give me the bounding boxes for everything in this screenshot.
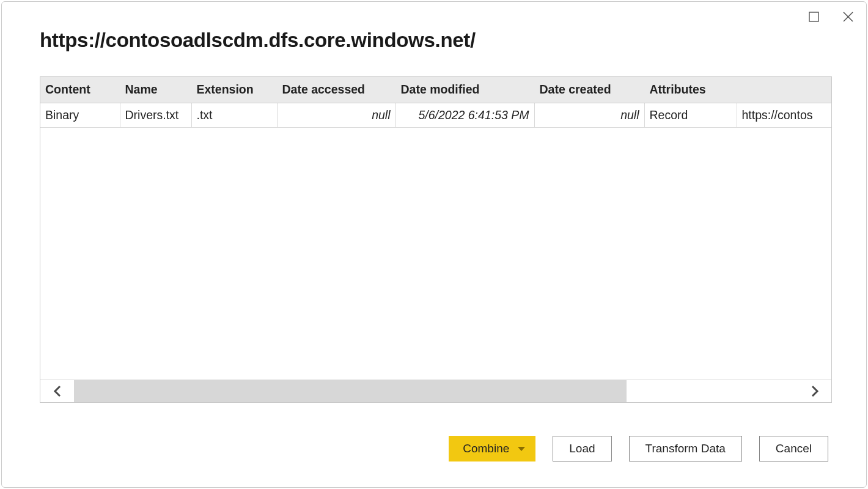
cell-date-created: null bbox=[534, 103, 644, 128]
close-icon[interactable] bbox=[842, 10, 854, 23]
col-header-modified[interactable]: Date modified bbox=[395, 77, 534, 103]
cancel-button-label: Cancel bbox=[776, 442, 812, 455]
scroll-right-icon[interactable] bbox=[798, 380, 831, 402]
scrollbar-track[interactable] bbox=[74, 380, 798, 402]
col-header-extension[interactable]: Extension bbox=[191, 77, 277, 103]
combine-button-label: Combine bbox=[463, 442, 509, 455]
horizontal-scrollbar[interactable] bbox=[40, 380, 831, 402]
cell-name: Drivers.txt bbox=[120, 103, 191, 128]
data-table: Content Name Extension Date accessed Dat… bbox=[40, 77, 831, 128]
scrollbar-gap bbox=[627, 380, 798, 402]
preview-grid: Content Name Extension Date accessed Dat… bbox=[40, 76, 832, 403]
window-controls bbox=[807, 10, 854, 23]
cell-date-accessed: null bbox=[277, 103, 395, 128]
transform-data-button[interactable]: Transform Data bbox=[629, 436, 742, 461]
dialog-footer: Combine Load Transform Data Cancel bbox=[449, 436, 828, 461]
load-button[interactable]: Load bbox=[553, 436, 611, 461]
transform-data-button-label: Transform Data bbox=[645, 442, 726, 455]
cell-content: Binary bbox=[40, 103, 120, 128]
cell-folderpath: https://contos bbox=[737, 103, 831, 128]
col-header-content[interactable]: Content bbox=[40, 77, 120, 103]
cell-attributes: Record bbox=[644, 103, 737, 128]
maximize-icon[interactable] bbox=[807, 10, 820, 23]
svg-rect-0 bbox=[809, 12, 818, 21]
page-title: https://contosoadlscdm.dfs.core.windows.… bbox=[40, 29, 866, 52]
col-header-folderpath[interactable] bbox=[737, 77, 831, 103]
col-header-name[interactable]: Name bbox=[120, 77, 191, 103]
table-row[interactable]: Binary Drivers.txt .txt null 5/6/2022 6:… bbox=[40, 103, 831, 128]
cell-date-modified: 5/6/2022 6:41:53 PM bbox=[395, 103, 534, 128]
navigator-dialog: https://contosoadlscdm.dfs.core.windows.… bbox=[1, 1, 867, 488]
col-header-accessed[interactable]: Date accessed bbox=[277, 77, 395, 103]
col-header-created[interactable]: Date created bbox=[534, 77, 644, 103]
chevron-down-icon bbox=[518, 447, 525, 451]
load-button-label: Load bbox=[569, 442, 595, 455]
scroll-left-icon[interactable] bbox=[40, 380, 74, 402]
col-header-attributes[interactable]: Attributes bbox=[644, 77, 737, 103]
table-header-row: Content Name Extension Date accessed Dat… bbox=[40, 77, 831, 103]
combine-button[interactable]: Combine bbox=[449, 436, 535, 461]
cell-extension: .txt bbox=[191, 103, 277, 128]
cancel-button[interactable]: Cancel bbox=[759, 436, 828, 461]
